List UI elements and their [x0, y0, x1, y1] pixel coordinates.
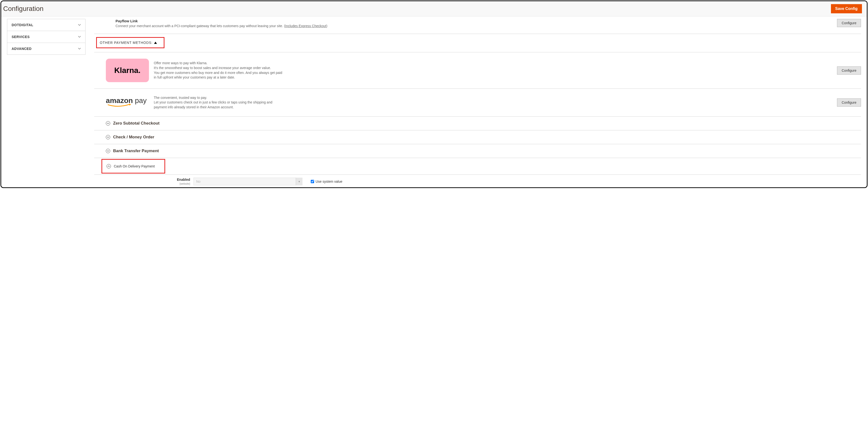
- use-system-value-label: Use system value: [316, 179, 342, 183]
- chevron-down-icon: [78, 47, 81, 50]
- sidebar-item-label: ADVANCED: [11, 47, 31, 51]
- expand-down-icon: [106, 149, 110, 153]
- enabled-select[interactable]: No: [193, 178, 303, 185]
- expand-down-icon: [106, 135, 110, 139]
- other-payment-methods-header[interactable]: OTHER PAYMENT METHODS:: [94, 34, 861, 52]
- amazon-pay-section: amazon pay The convenient, trusted way t…: [94, 89, 861, 117]
- triangle-up-icon: [154, 42, 157, 44]
- payflow-link-section: Payflow Link Connect your merchant accou…: [94, 19, 861, 34]
- amazon-pay-logo: amazon pay: [106, 95, 149, 110]
- collapse-up-icon: [106, 164, 111, 168]
- payflow-description: Connect your merchant account with a PCI…: [116, 24, 328, 28]
- enabled-form-row: Enabled [website] No ▼ Use system value: [94, 175, 861, 187]
- enabled-scope: [website]: [180, 182, 190, 185]
- sidebar-item-dotdigital[interactable]: DOTDIGITAL: [7, 19, 86, 31]
- main-content: Payflow Link Connect your merchant accou…: [88, 17, 867, 187]
- enabled-label: Enabled: [94, 178, 190, 181]
- configure-klarna-button[interactable]: Configure: [837, 66, 861, 75]
- bank-transfer-payment-row[interactable]: Bank Transfer Payment: [94, 144, 861, 158]
- sidebar-item-advanced[interactable]: ADVANCED: [7, 43, 86, 55]
- chevron-down-icon: [78, 23, 81, 27]
- klarna-logo: Klarna.: [106, 59, 149, 82]
- configure-amazon-button[interactable]: Configure: [837, 98, 861, 107]
- configure-payflow-button[interactable]: Configure: [837, 19, 861, 27]
- bank-transfer-label: Bank Transfer Payment: [113, 148, 159, 153]
- express-checkout-link[interactable]: Includes Express Checkout: [285, 24, 326, 28]
- cash-on-delivery-row[interactable]: Cash On Delivery Payment: [94, 158, 861, 175]
- expand-down-icon: [106, 121, 110, 125]
- cod-label: Cash On Delivery Payment: [114, 164, 155, 168]
- other-payment-methods-label: OTHER PAYMENT METHODS:: [100, 41, 153, 45]
- zero-subtotal-checkout-row[interactable]: Zero Subtotal Checkout: [94, 117, 861, 131]
- sidebar: DOTDIGITAL SERVICES ADVANCED: [1, 17, 88, 187]
- klarna-section: Klarna. Offer more ways to pay with Klar…: [94, 52, 861, 89]
- check-money-label: Check / Money Order: [113, 135, 154, 140]
- sidebar-item-label: SERVICES: [11, 35, 30, 39]
- use-system-value-wrap[interactable]: Use system value: [311, 179, 342, 183]
- sidebar-item-label: DOTDIGITAL: [11, 23, 33, 27]
- payflow-title: Payflow Link: [116, 19, 328, 23]
- amazon-description: The convenient, trusted way to pay. Let …: [154, 95, 285, 110]
- check-money-order-row[interactable]: Check / Money Order: [94, 131, 861, 144]
- klarna-description: Offer more ways to pay with Klarna. It's…: [154, 61, 285, 80]
- use-system-value-checkbox[interactable]: [311, 180, 314, 183]
- zero-subtotal-label: Zero Subtotal Checkout: [113, 121, 160, 126]
- sidebar-item-services[interactable]: SERVICES: [7, 31, 86, 43]
- save-config-button[interactable]: Save Config: [831, 4, 862, 13]
- chevron-down-icon: [78, 35, 81, 38]
- page-header: Configuration Save Config: [1, 1, 867, 17]
- page-title: Configuration: [3, 5, 43, 12]
